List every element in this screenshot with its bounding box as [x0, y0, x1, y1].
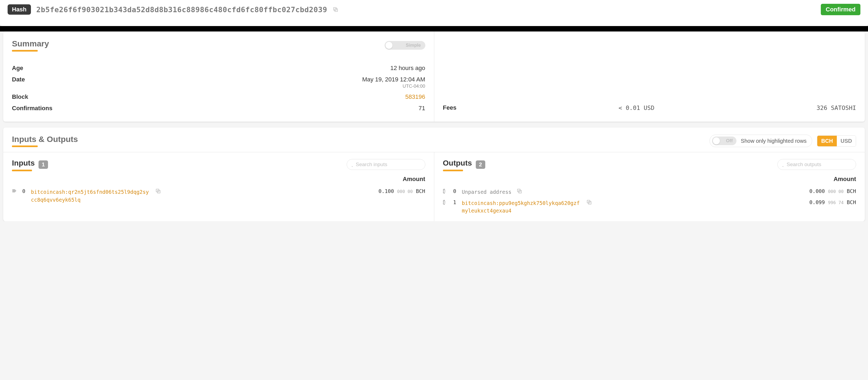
input-row: 0 bitcoincash:qr2n5jt6sfnd06ts25l9dqg2sy…	[12, 186, 425, 205]
copy-output-address-icon[interactable]	[517, 188, 522, 194]
output-amount-main: 0.000	[809, 188, 825, 194]
outputs-search-input[interactable]	[786, 162, 851, 168]
inputs-title: Inputs	[12, 159, 35, 170]
input-tag-icon	[12, 188, 18, 194]
status-badge: Confirmed	[821, 4, 860, 15]
outputs-count-badge: 2	[476, 160, 485, 169]
summary-panel: Summary Simple Age 12 hours ago Date May…	[3, 31, 434, 122]
svg-line-3	[352, 167, 352, 167]
date-value-main: May 19, 2019 12:04 AM	[362, 76, 425, 83]
output-address-unparsed: Unparsed address	[462, 188, 512, 196]
highlight-control: Off Show only highlighted rows	[710, 135, 812, 147]
output-amount-unit: BCH	[847, 188, 856, 194]
input-address-link[interactable]: bitcoincash:qr2n5jt6sfnd06ts25l9dqg2sycc…	[31, 188, 150, 204]
output-row: ₿ 0 Unparsed address 0.000 000 00 BCH	[443, 186, 856, 198]
summary-card: Summary Simple Age 12 hours ago Date May…	[3, 31, 865, 122]
input-amount: 0.100 000 00 BCH	[378, 188, 425, 194]
summary-row-confirmations: Confirmations 71	[12, 103, 425, 114]
search-icon	[782, 162, 783, 167]
date-value-tz: UTC-04:00	[362, 84, 425, 89]
fees-panel: Fees < 0.01 USD 326 SATOSHI	[434, 31, 865, 122]
input-index: 0	[22, 188, 26, 194]
svg-point-6	[783, 166, 783, 167]
date-value: May 19, 2019 12:04 AM UTC-04:00	[362, 76, 425, 89]
output-row: ₿ 1 bitcoincash:ppu9eg5kghzk750lykqa620g…	[443, 198, 856, 216]
output-address-link[interactable]: bitcoincash:ppu9eg5kghzk750lykqa620gzfmy…	[462, 199, 581, 215]
io-header: Inputs & Outputs Off Show only highlight…	[3, 127, 865, 152]
copy-input-address-icon[interactable]	[155, 188, 161, 194]
age-label: Age	[12, 65, 23, 72]
output-amount-main: 0.099	[809, 199, 825, 205]
currency-toggle: BCH USD	[817, 136, 856, 147]
hash-label-badge: Hash	[8, 4, 31, 14]
toggle-knob	[713, 137, 720, 144]
toggle-knob	[385, 42, 393, 49]
fees-usd: < 0.01 USD	[618, 105, 654, 111]
input-amount-dec: 000 00	[397, 189, 413, 194]
bitcoin-icon: ₿	[443, 188, 448, 194]
output-index: 1	[453, 199, 457, 205]
inputs-search[interactable]	[347, 159, 425, 170]
input-amount-main: 0.100	[378, 188, 394, 194]
output-amount: 0.099 996 74 BCH	[809, 199, 856, 205]
fees-satoshi: 326 SATOSHI	[816, 105, 856, 111]
outputs-search[interactable]	[777, 159, 856, 170]
hash-card: Hash 2b5fe26f6f903021b343da52d8d8b316c88…	[0, 0, 868, 26]
summary-row-date: Date May 19, 2019 12:04 AM UTC-04:00	[12, 74, 425, 91]
summary-row-age: Age 12 hours ago	[12, 62, 425, 74]
fees-label: Fees	[443, 104, 457, 111]
io-card: Inputs & Outputs Off Show only highlight…	[3, 127, 865, 221]
outputs-title: Outputs	[443, 159, 472, 170]
io-title: Inputs & Outputs	[12, 135, 78, 147]
output-amount-unit: BCH	[847, 199, 856, 205]
output-amount-dec: 996 74	[828, 200, 844, 205]
input-amount-unit: BCH	[416, 188, 425, 194]
highlight-toggle-label: Off	[726, 138, 733, 144]
block-label: Block	[12, 93, 28, 100]
svg-point-2	[352, 166, 352, 167]
svg-line-7	[783, 167, 783, 167]
output-amount-dec: 000 00	[828, 189, 844, 194]
simple-toggle-label: Simple	[406, 42, 421, 48]
block-link[interactable]: 583196	[405, 93, 425, 100]
search-icon	[352, 162, 352, 167]
highlight-toggle[interactable]: Off	[712, 137, 737, 145]
simple-toggle[interactable]: Simple	[384, 41, 425, 50]
currency-bch-button[interactable]: BCH	[817, 136, 837, 146]
confirmations-value: 71	[418, 105, 425, 112]
confirmations-label: Confirmations	[12, 105, 52, 112]
summary-title: Summary	[12, 39, 49, 52]
hash-value: 2b5fe26f6f903021b343da52d8d8b316c88986c4…	[36, 5, 327, 14]
inputs-panel: Inputs 1 Amount 0 bitcoincash:qr2n5jt6sf…	[3, 152, 434, 221]
copy-output-address-icon[interactable]	[586, 199, 592, 205]
output-index: 0	[453, 188, 457, 194]
inputs-count-badge: 1	[38, 160, 48, 169]
age-value: 12 hours ago	[390, 65, 425, 72]
inputs-amount-header: Amount	[12, 176, 425, 183]
divider-bar	[0, 26, 868, 31]
copy-hash-icon[interactable]	[333, 6, 339, 12]
date-label: Date	[12, 76, 25, 83]
bitcoin-icon: ₿	[443, 199, 448, 205]
output-amount: 0.000 000 00 BCH	[809, 188, 856, 194]
summary-row-block: Block 583196	[12, 91, 425, 103]
currency-usd-button[interactable]: USD	[837, 136, 856, 146]
inputs-search-input[interactable]	[356, 162, 420, 168]
outputs-amount-header: Amount	[443, 176, 856, 183]
outputs-panel: Outputs 2 Amount ₿ 0 Unparsed address	[434, 152, 865, 221]
highlight-text: Show only highlighted rows	[741, 138, 806, 144]
